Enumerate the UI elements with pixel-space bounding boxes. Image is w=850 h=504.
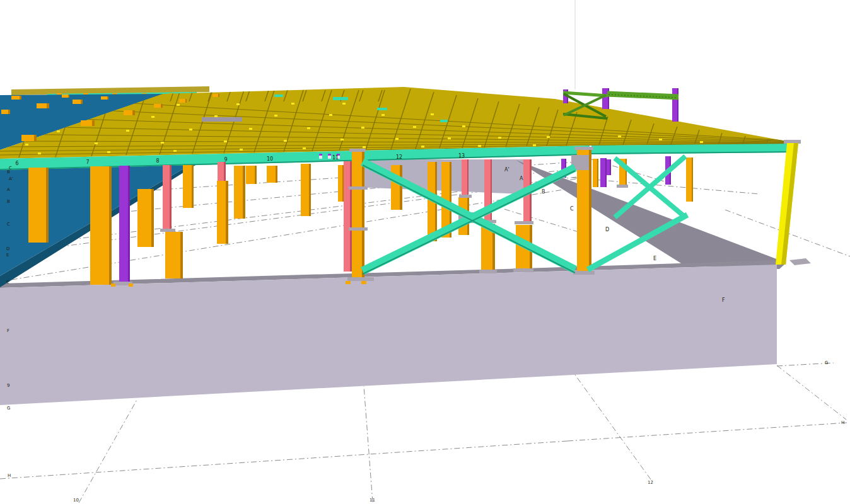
column-orange-shade [400, 165, 402, 210]
column-orange[interactable] [90, 166, 112, 285]
roof-clip [291, 103, 294, 105]
connection-plate [459, 195, 472, 198]
ground-grid-label: G [825, 360, 828, 365]
roof-clip [448, 137, 451, 139]
connection-plate [349, 227, 368, 231]
wall-grid-letter: E [653, 256, 656, 261]
roof-opening-patch [202, 117, 242, 122]
roof-clip [25, 144, 28, 146]
wall-grid-letter: F [722, 297, 725, 303]
column-orange[interactable] [28, 168, 49, 243]
column-pink-shade [467, 159, 469, 197]
connection-plate [513, 268, 533, 272]
left-edge-grid-label: B [7, 199, 10, 204]
roof-clip [341, 139, 344, 140]
roof-clip [498, 137, 501, 139]
deck-column-stub-shade [185, 99, 187, 103]
fascia-grid-number: 10 [267, 156, 273, 162]
wall-grid-letter: D [605, 227, 609, 232]
roof-clip [395, 138, 399, 140]
roof-clip [274, 115, 277, 117]
column-orange-shade [362, 151, 364, 281]
roof-clip [342, 103, 346, 105]
roof-clip [659, 139, 662, 140]
left-edge-grid-label: H [8, 473, 11, 478]
connection-plate [573, 271, 595, 275]
roof-purlin-strip [377, 108, 387, 110]
column-pink-shade [224, 162, 226, 181]
roof-purlin-strip [274, 94, 283, 97]
roof-clip [700, 141, 703, 143]
roof-clip [478, 145, 481, 147]
wall-grid-letter: B [542, 189, 545, 195]
fascia-grid-number: 13 [458, 153, 465, 159]
wall-grid-letter: A' [504, 167, 509, 173]
fascia-grid-number: 12 [396, 154, 402, 160]
column-orange-shade [151, 189, 154, 247]
anchor-bolt [361, 281, 366, 284]
anchor-bolt [111, 284, 115, 287]
roof-clip [547, 136, 550, 138]
column-orange-shade [109, 166, 112, 285]
green-frame-post-purple-shade [677, 88, 678, 122]
roof-clip [381, 114, 385, 116]
connection-plate [574, 147, 593, 150]
roof-clip [284, 140, 287, 142]
roof-purlin-strip [440, 120, 448, 122]
roof-clip [161, 142, 164, 144]
roof-clip [57, 130, 60, 132]
connection-plate [347, 277, 374, 281]
column-orange-shade [309, 164, 311, 216]
connection-plate [349, 149, 366, 152]
left-edge-grid-label: G [7, 406, 10, 411]
deck-column-stub-shade [20, 96, 21, 100]
roof-clip [361, 127, 364, 129]
structural-model-viewport[interactable]: 678910111213CBA'ABCDEEF9GHA'ABCDEF101112… [0, 0, 850, 504]
column-orange[interactable] [165, 232, 183, 278]
left-edge-grid-label: A' [9, 176, 13, 181]
column-purple-shade [610, 159, 611, 175]
column-orange-shade [589, 150, 591, 272]
roof-clip [462, 125, 465, 127]
connection-plate [479, 270, 497, 273]
connection-plate [349, 186, 368, 190]
green-frame-member[interactable] [607, 94, 678, 97]
deck-column-stub-shade [68, 94, 69, 98]
fascia-grid-number: 11 [332, 155, 339, 161]
roof-clip [329, 114, 332, 116]
column-orange-shade [46, 168, 49, 243]
deck-column-stub-shade [8, 110, 10, 114]
roof-purlin-strip [333, 97, 348, 100]
column-orange-shade [342, 165, 344, 202]
column-pink-shade [350, 161, 352, 272]
wall-grid-letter: C [570, 206, 574, 212]
roof-clip [224, 140, 227, 142]
roof-clip [236, 103, 240, 105]
roof-clip [189, 129, 192, 130]
fascia-grid-number: 9 [224, 157, 227, 163]
column-orange-shade [276, 166, 277, 183]
left-edge-grid-label: E [6, 280, 9, 285]
roof-clip [38, 152, 41, 154]
left-edge-grid-label: E [6, 253, 9, 258]
column-pink-shade [170, 165, 172, 231]
column-orange-shade [243, 166, 245, 219]
ground-grid-label: 12 [648, 480, 653, 485]
wall-grid-letter: A [520, 176, 523, 181]
left-edge-grid-label: D [6, 246, 9, 251]
fascia-grid-number: 8 [156, 158, 159, 164]
roof-clip [107, 151, 110, 153]
left-edge-grid-label: 9 [7, 383, 9, 388]
deck-column-stub-shade [218, 94, 219, 97]
roof-clip [413, 126, 416, 128]
connection-plate [515, 221, 533, 224]
ground-grid-label: 11 [370, 498, 375, 503]
column-orange-shade [255, 166, 257, 184]
roof-clip [431, 113, 434, 115]
roof-clip [363, 146, 366, 148]
column-purple-shade [605, 158, 607, 187]
anchor-bolt [346, 281, 351, 284]
roof-clip [421, 146, 424, 147]
deck-column-stub-shade [34, 135, 37, 141]
roof-clip [303, 147, 306, 149]
